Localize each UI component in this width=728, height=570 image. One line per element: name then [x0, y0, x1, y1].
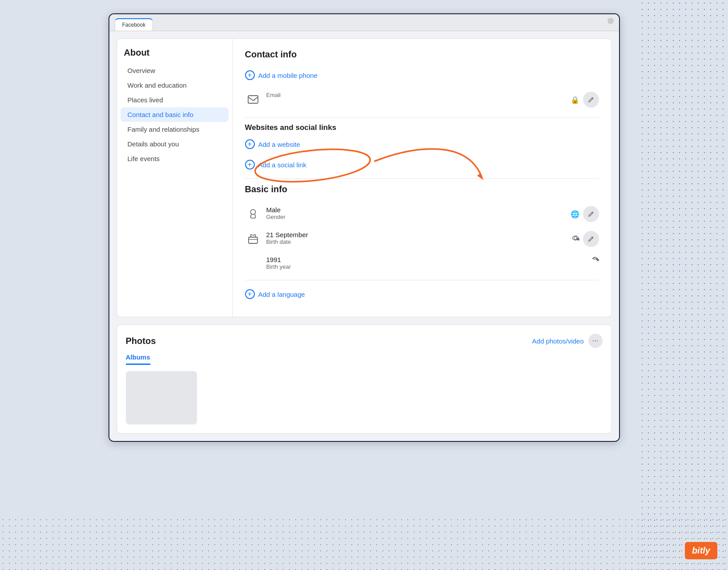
photo-thumbnail-1	[126, 371, 197, 424]
birth-year-label: Birth year	[266, 263, 586, 270]
email-sublabel: Email	[266, 92, 565, 98]
add-social-plus-icon: +	[245, 160, 255, 170]
gender-row: Male Gender 🌐	[245, 202, 599, 226]
svg-rect-2	[249, 237, 257, 243]
gender-privacy-icon: 🌐	[571, 210, 579, 218]
photos-header: Photos Add photos/video ···	[126, 334, 603, 348]
birth-date-row: 21 September Birth date	[245, 226, 599, 251]
photos-more-btn[interactable]: ···	[588, 334, 603, 348]
email-icon	[245, 92, 261, 108]
bitly-badge: bitly	[685, 542, 717, 559]
browser-tab-bar: Facebook	[109, 14, 619, 31]
browser-window: Facebook About Overview Work and educati…	[109, 13, 620, 442]
gender-edit-btn[interactable]	[583, 206, 599, 222]
svg-rect-0	[248, 96, 258, 103]
photos-card: Photos Add photos/video ··· Albums	[117, 324, 612, 434]
add-website-plus-icon: +	[245, 139, 255, 149]
add-language-plus-icon: +	[245, 289, 255, 299]
add-language-label: Add a language	[258, 291, 305, 298]
add-website-btn[interactable]: + Add a website	[245, 136, 300, 153]
birth-date-label: Birth date	[266, 239, 566, 245]
svg-point-5	[577, 239, 579, 241]
birth-date-privacy-icon	[571, 235, 579, 243]
birth-year-row: 1991 Birth year	[245, 251, 599, 275]
photo-thumbnails	[126, 371, 603, 424]
sidebar-item-contact-basic[interactable]: Contact and basic info	[121, 107, 229, 122]
email-actions: 🔒	[565, 92, 599, 108]
gender-label: Gender	[266, 214, 565, 220]
sidebar-item-family-relationships[interactable]: Family and relationships	[121, 122, 229, 137]
sidebar-item-places-lived[interactable]: Places lived	[121, 93, 229, 107]
birth-date-icon	[245, 231, 261, 247]
birth-date-edit-btn[interactable]	[583, 231, 599, 247]
main-content: About Overview Work and education Places…	[109, 31, 619, 441]
browser-controls	[607, 18, 614, 24]
sidebar-item-details-about-you[interactable]: Details about you	[121, 137, 229, 151]
gender-value: Male	[266, 206, 565, 214]
add-language-btn[interactable]: + Add a language	[245, 286, 305, 303]
svg-point-1	[250, 210, 255, 214]
about-sidebar-title: About	[117, 48, 232, 63]
add-phone-plus-icon: +	[245, 70, 255, 80]
birth-year-text: 1991 Birth year	[266, 256, 586, 270]
about-content: Contact info + Add a mobile phone	[233, 39, 611, 317]
email-row: Email 🔒	[245, 87, 599, 112]
birth-year-privacy-icon	[591, 256, 599, 264]
sidebar-item-work-education[interactable]: Work and education	[121, 78, 229, 93]
sidebar-item-life-events[interactable]: Life events	[121, 151, 229, 166]
websites-section-title: Websites and social links	[245, 123, 599, 132]
contact-info-title: Contact info	[245, 49, 599, 60]
birth-date-value: 21 September	[266, 231, 566, 239]
contact-divider	[245, 117, 599, 118]
email-privacy-icon: 🔒	[571, 96, 579, 104]
add-mobile-phone-btn[interactable]: + Add a mobile phone	[245, 67, 318, 84]
browser-minimize-btn[interactable]	[607, 18, 614, 24]
birth-year-actions	[586, 256, 599, 264]
basic-info-divider	[245, 178, 599, 179]
browser-tab: Facebook	[115, 18, 153, 31]
email-text: Email	[266, 92, 565, 98]
add-social-label: Add a social link	[258, 161, 306, 169]
language-divider	[245, 280, 599, 280]
photos-actions: Add photos/video ···	[532, 334, 603, 348]
birth-date-actions	[566, 231, 599, 247]
add-social-link-btn[interactable]: + Add a social link	[245, 156, 306, 173]
bitly-label: bitly	[692, 546, 710, 555]
sidebar-item-overview[interactable]: Overview	[121, 63, 229, 78]
gender-actions: 🌐	[565, 206, 599, 222]
birth-date-text: 21 September Birth date	[266, 231, 566, 245]
email-edit-btn[interactable]	[583, 92, 599, 108]
photos-title: Photos	[126, 336, 156, 346]
basic-info-title: Basic info	[245, 184, 599, 194]
gender-text: Male Gender	[266, 206, 565, 220]
gender-icon	[245, 206, 261, 222]
svg-point-7	[597, 259, 599, 261]
add-phone-label: Add a mobile phone	[258, 72, 318, 79]
albums-tab[interactable]: Albums	[126, 353, 150, 365]
svg-point-8	[593, 258, 595, 259]
about-card: About Overview Work and education Places…	[117, 38, 612, 317]
add-photos-btn[interactable]: Add photos/video	[532, 337, 584, 345]
add-website-label: Add a website	[258, 141, 300, 148]
birth-year-value: 1991	[266, 256, 586, 263]
about-sidebar: About Overview Work and education Places…	[117, 39, 233, 317]
